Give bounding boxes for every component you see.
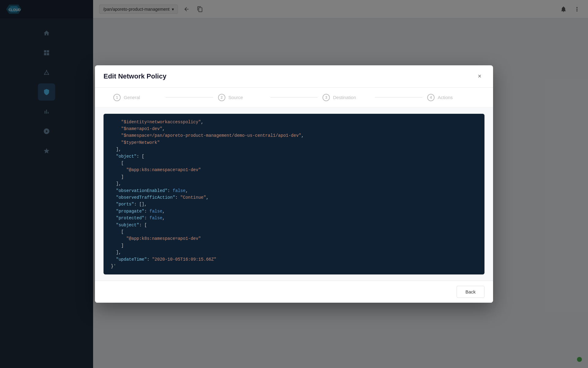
step-number-4: 4 [427,94,435,101]
code-line: "updateTime": "2020-10-05T16:09:15.66Z" [111,256,477,263]
step-line-1 [166,97,213,98]
code-line: "@app:k8s:namespace=apo1-dev" [111,235,477,242]
step-source: 2 Source [218,94,266,101]
step-number-3: 3 [322,94,330,101]
step-label-source: Source [228,95,243,100]
step-label-destination: Destination [333,95,356,100]
code-line: ] [111,174,477,180]
code-line: ], [111,146,477,153]
code-line: "object": [ [111,153,477,160]
code-line: "propagate": false, [111,208,477,215]
code-line: "$type=Network" [111,139,477,146]
code-line: ], [111,249,477,256]
code-line: [ [111,228,477,235]
modal-body: "$identity=networkaccesspolicy", "$name=… [95,108,493,281]
code-content[interactable]: "$identity=networkaccesspolicy", "$name=… [104,114,484,275]
stepper: 1 General 2 Source 3 Destination 4 Actio… [95,88,493,108]
modal-overlay: Edit Network Policy × 1 General 2 Source… [0,0,588,368]
code-line: "subject": [ [111,222,477,228]
modal-title: Edit Network Policy [104,72,166,80]
step-line-2 [270,97,318,98]
edit-network-policy-modal: Edit Network Policy × 1 General 2 Source… [95,65,493,303]
code-line: ], [111,180,477,187]
code-line: [ [111,160,477,167]
code-line: "protected": false, [111,215,477,221]
code-line: "$identity=networkaccesspolicy", [111,119,477,125]
step-label-actions: Actions [438,95,453,100]
modal-footer: Back [95,281,493,303]
step-number-1: 1 [113,94,121,101]
back-button[interactable]: Back [457,286,484,298]
code-line: "observedTrafficAction": "Continue", [111,194,477,201]
step-general: 1 General [113,94,161,101]
code-line: ] [111,242,477,249]
code-line: "observationEnabled": false, [111,187,477,194]
code-line: "@app:k8s:namespace=apo1-dev" [111,167,477,173]
code-line: "$name=apo1-dev", [111,125,477,132]
code-editor[interactable]: "$identity=networkaccesspolicy", "$name=… [104,114,484,275]
close-button[interactable]: × [475,71,484,81]
step-destination: 3 Destination [322,94,370,101]
step-line-3 [375,97,422,98]
code-line: "$namespace=/pan/aporeto-product-managem… [111,132,477,139]
code-line: "ports": [], [111,201,477,208]
step-number-2: 2 [218,94,225,101]
code-line: }' [111,263,477,270]
step-label-general: General [124,95,140,100]
step-actions: 4 Actions [427,94,475,101]
modal-header: Edit Network Policy × [95,65,493,88]
